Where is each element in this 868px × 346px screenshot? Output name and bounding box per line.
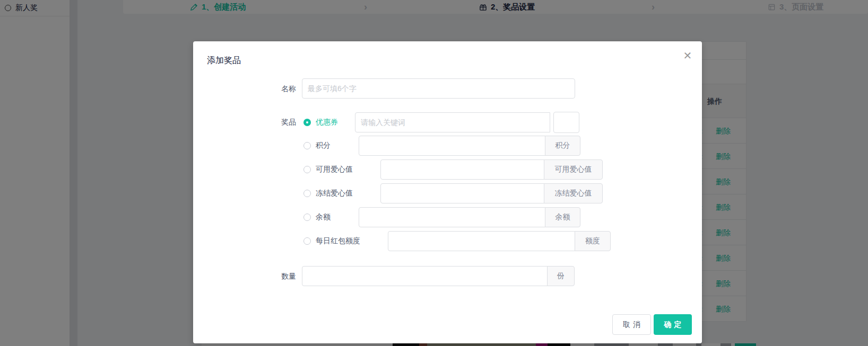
prize-option-input-group bbox=[355, 112, 579, 133]
prize-option-input[interactable] bbox=[388, 231, 575, 251]
prize-option-input-group: 冻结爱心值 bbox=[380, 183, 603, 203]
prize-option-radio[interactable] bbox=[303, 214, 311, 221]
quantity-field-label: 数量 bbox=[193, 266, 296, 286]
prize-option-unit-suffix: 余额 bbox=[545, 207, 580, 227]
prize-option-input[interactable] bbox=[380, 159, 544, 180]
close-icon[interactable]: ✕ bbox=[682, 50, 693, 61]
prize-option-list: 优惠券积分积分可用爱心值可用爱心值冻结爱心值冻结爱心值余额余额每日红包额度额度 bbox=[193, 110, 702, 253]
add-prize-modal: 添加奖品 ✕ 名称 奖品 优惠券积分积分可用爱心值可用爱心值冻结爱心值冻结爱心值… bbox=[193, 41, 702, 343]
prize-option-input-group: 余额 bbox=[359, 207, 580, 227]
prize-option-row: 优惠券 bbox=[193, 110, 702, 134]
prize-option-input[interactable] bbox=[380, 183, 544, 203]
cancel-button[interactable]: 取消 bbox=[612, 314, 651, 335]
prize-option-row: 可用爱心值可用爱心值 bbox=[193, 157, 702, 181]
prize-option-radio[interactable] bbox=[303, 190, 311, 197]
prize-option-row: 每日红包额度额度 bbox=[193, 229, 702, 253]
prize-option-input-group: 额度 bbox=[388, 231, 611, 251]
prize-option-label[interactable]: 每日红包额度 bbox=[316, 229, 360, 253]
prize-option-input-group: 积分 bbox=[359, 136, 580, 156]
prize-option-radio[interactable] bbox=[303, 166, 311, 173]
prize-option-label[interactable]: 可用爱心值 bbox=[316, 157, 353, 181]
prize-option-input-group: 可用爱心值 bbox=[380, 159, 603, 180]
prize-option-input[interactable] bbox=[359, 207, 545, 227]
quantity-unit-suffix: 份 bbox=[547, 266, 575, 286]
prize-option-unit-suffix: 可用爱心值 bbox=[544, 159, 603, 180]
prize-option-label[interactable]: 优惠券 bbox=[316, 110, 338, 134]
prize-option-input[interactable] bbox=[359, 136, 545, 156]
confirm-button[interactable]: 确定 bbox=[654, 314, 692, 335]
prize-option-label[interactable]: 冻结爱心值 bbox=[316, 181, 353, 205]
prize-option-label[interactable]: 积分 bbox=[316, 134, 331, 157]
name-input[interactable] bbox=[302, 78, 575, 99]
coupon-extra-box[interactable] bbox=[553, 112, 579, 133]
prize-option-row: 积分积分 bbox=[193, 134, 702, 157]
prize-option-row: 冻结爱心值冻结爱心值 bbox=[193, 181, 702, 205]
prize-option-unit-suffix: 冻结爱心值 bbox=[544, 183, 603, 203]
prize-option-radio[interactable] bbox=[303, 119, 311, 126]
prize-option-input[interactable] bbox=[355, 112, 550, 132]
prize-option-unit-suffix: 积分 bbox=[545, 136, 580, 156]
modal-title: 添加奖品 bbox=[207, 55, 241, 66]
quantity-input[interactable] bbox=[302, 266, 548, 286]
prize-option-radio[interactable] bbox=[303, 142, 311, 149]
name-field-label: 名称 bbox=[193, 78, 296, 99]
quantity-input-group: 份 bbox=[302, 266, 575, 286]
prize-option-unit-suffix: 额度 bbox=[575, 231, 611, 251]
prize-option-radio[interactable] bbox=[303, 237, 311, 245]
prize-option-label[interactable]: 余额 bbox=[316, 205, 331, 229]
prize-option-row: 余额余额 bbox=[193, 205, 702, 229]
